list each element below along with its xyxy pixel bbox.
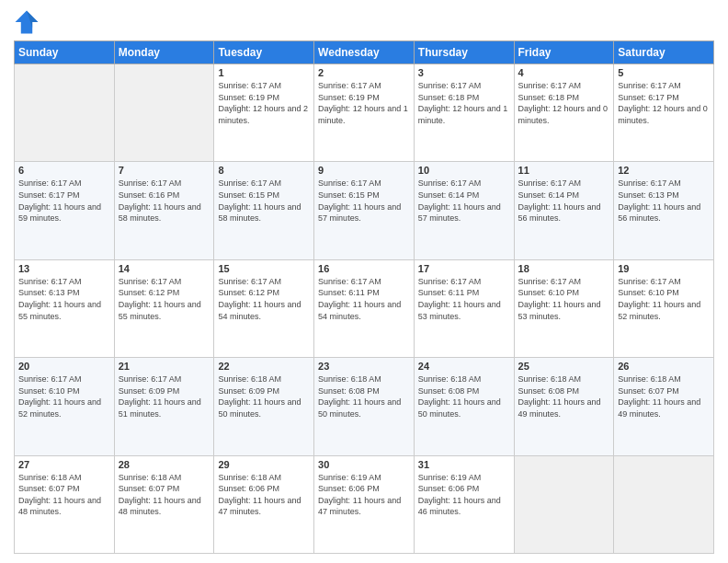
day-cell: 24Sunrise: 6:18 AM Sunset: 6:08 PM Dayli… [414,358,514,455]
day-cell: 15Sunrise: 6:17 AM Sunset: 6:12 PM Dayli… [214,259,314,357]
day-number: 28 [119,459,210,470]
day-number: 30 [318,459,410,470]
day-number: 21 [119,361,210,372]
day-info: Sunrise: 6:17 AM Sunset: 6:17 PM Dayligh… [18,178,110,224]
day-cell [114,64,214,162]
day-number: 11 [518,165,610,176]
day-cell [614,455,714,553]
day-cell: 7Sunrise: 6:17 AM Sunset: 6:16 PM Daylig… [114,162,214,259]
day-cell: 30Sunrise: 6:19 AM Sunset: 6:06 PM Dayli… [314,455,415,553]
day-cell: 22Sunrise: 6:18 AM Sunset: 6:09 PM Dayli… [214,358,314,455]
week-row-4: 20Sunrise: 6:17 AM Sunset: 6:10 PM Dayli… [15,358,714,455]
day-info: Sunrise: 6:18 AM Sunset: 6:07 PM Dayligh… [618,373,710,419]
day-number: 5 [618,67,710,78]
header-row: SundayMondayTuesdayWednesdayThursdayFrid… [15,41,714,64]
day-info: Sunrise: 6:19 AM Sunset: 6:06 PM Dayligh… [418,472,510,518]
week-row-3: 13Sunrise: 6:17 AM Sunset: 6:13 PM Dayli… [15,259,714,357]
weekday-header-sunday: Sunday [15,41,115,64]
day-cell: 31Sunrise: 6:19 AM Sunset: 6:06 PM Dayli… [414,455,514,553]
day-number: 16 [318,263,410,274]
day-info: Sunrise: 6:17 AM Sunset: 6:11 PM Dayligh… [418,276,510,322]
day-info: Sunrise: 6:17 AM Sunset: 6:19 PM Dayligh… [318,80,410,126]
weekday-header-wednesday: Wednesday [314,41,415,64]
day-cell [514,455,614,553]
day-number: 23 [318,361,410,372]
day-number: 24 [418,361,510,372]
day-info: Sunrise: 6:17 AM Sunset: 6:12 PM Dayligh… [218,276,310,322]
day-cell: 27Sunrise: 6:18 AM Sunset: 6:07 PM Dayli… [15,455,115,553]
day-cell: 23Sunrise: 6:18 AM Sunset: 6:08 PM Dayli… [314,358,415,455]
day-number: 7 [119,165,210,176]
day-number: 17 [418,263,510,274]
day-cell: 16Sunrise: 6:17 AM Sunset: 6:11 PM Dayli… [314,259,415,357]
calendar-table: SundayMondayTuesdayWednesdayThursdayFrid… [14,40,714,554]
day-info: Sunrise: 6:17 AM Sunset: 6:16 PM Dayligh… [119,178,210,224]
day-cell: 4Sunrise: 6:17 AM Sunset: 6:18 PM Daylig… [514,64,614,162]
week-row-2: 6Sunrise: 6:17 AM Sunset: 6:17 PM Daylig… [15,162,714,259]
day-number: 4 [518,67,610,78]
day-cell: 14Sunrise: 6:17 AM Sunset: 6:12 PM Dayli… [114,259,214,357]
calendar-body: 1Sunrise: 6:17 AM Sunset: 6:19 PM Daylig… [15,64,714,554]
day-number: 8 [218,165,310,176]
day-number: 25 [518,361,610,372]
day-cell: 29Sunrise: 6:18 AM Sunset: 6:06 PM Dayli… [214,455,314,553]
day-cell: 3Sunrise: 6:17 AM Sunset: 6:18 PM Daylig… [414,64,514,162]
weekday-header-saturday: Saturday [614,41,714,64]
header [14,9,714,35]
day-cell: 13Sunrise: 6:17 AM Sunset: 6:13 PM Dayli… [15,259,115,357]
logo [14,9,43,35]
day-number: 27 [18,459,110,470]
day-cell: 9Sunrise: 6:17 AM Sunset: 6:15 PM Daylig… [314,162,415,259]
day-info: Sunrise: 6:18 AM Sunset: 6:09 PM Dayligh… [218,373,310,419]
day-cell [15,64,115,162]
day-cell: 26Sunrise: 6:18 AM Sunset: 6:07 PM Dayli… [614,358,714,455]
day-cell: 5Sunrise: 6:17 AM Sunset: 6:17 PM Daylig… [614,64,714,162]
day-cell: 8Sunrise: 6:17 AM Sunset: 6:15 PM Daylig… [214,162,314,259]
calendar-header: SundayMondayTuesdayWednesdayThursdayFrid… [15,41,714,64]
day-number: 10 [418,165,510,176]
day-info: Sunrise: 6:18 AM Sunset: 6:08 PM Dayligh… [318,373,410,419]
day-info: Sunrise: 6:17 AM Sunset: 6:10 PM Dayligh… [618,276,710,322]
day-cell: 12Sunrise: 6:17 AM Sunset: 6:13 PM Dayli… [614,162,714,259]
day-info: Sunrise: 6:17 AM Sunset: 6:14 PM Dayligh… [518,178,610,224]
day-info: Sunrise: 6:17 AM Sunset: 6:18 PM Dayligh… [418,80,510,126]
day-cell: 19Sunrise: 6:17 AM Sunset: 6:10 PM Dayli… [614,259,714,357]
day-number: 29 [218,459,310,470]
day-number: 2 [318,67,410,78]
day-info: Sunrise: 6:17 AM Sunset: 6:14 PM Dayligh… [418,178,510,224]
day-info: Sunrise: 6:17 AM Sunset: 6:13 PM Dayligh… [18,276,110,322]
day-cell: 25Sunrise: 6:18 AM Sunset: 6:08 PM Dayli… [514,358,614,455]
day-cell: 20Sunrise: 6:17 AM Sunset: 6:10 PM Dayli… [15,358,115,455]
day-info: Sunrise: 6:17 AM Sunset: 6:11 PM Dayligh… [318,276,410,322]
day-info: Sunrise: 6:17 AM Sunset: 6:15 PM Dayligh… [218,178,310,224]
day-info: Sunrise: 6:18 AM Sunset: 6:08 PM Dayligh… [518,373,610,419]
day-info: Sunrise: 6:17 AM Sunset: 6:18 PM Dayligh… [518,80,610,126]
day-number: 15 [218,263,310,274]
day-number: 6 [18,165,110,176]
week-row-5: 27Sunrise: 6:18 AM Sunset: 6:07 PM Dayli… [15,455,714,553]
day-cell: 21Sunrise: 6:17 AM Sunset: 6:09 PM Dayli… [114,358,214,455]
day-info: Sunrise: 6:18 AM Sunset: 6:07 PM Dayligh… [119,472,210,518]
day-number: 9 [318,165,410,176]
day-number: 1 [218,67,310,78]
day-info: Sunrise: 6:17 AM Sunset: 6:09 PM Dayligh… [119,373,210,419]
day-info: Sunrise: 6:17 AM Sunset: 6:12 PM Dayligh… [119,276,210,322]
day-cell: 18Sunrise: 6:17 AM Sunset: 6:10 PM Dayli… [514,259,614,357]
day-cell: 17Sunrise: 6:17 AM Sunset: 6:11 PM Dayli… [414,259,514,357]
day-number: 22 [218,361,310,372]
day-number: 14 [119,263,210,274]
day-cell: 6Sunrise: 6:17 AM Sunset: 6:17 PM Daylig… [15,162,115,259]
logo-icon [14,9,40,35]
day-info: Sunrise: 6:17 AM Sunset: 6:10 PM Dayligh… [518,276,610,322]
day-cell: 10Sunrise: 6:17 AM Sunset: 6:14 PM Dayli… [414,162,514,259]
day-info: Sunrise: 6:18 AM Sunset: 6:07 PM Dayligh… [18,472,110,518]
day-info: Sunrise: 6:18 AM Sunset: 6:06 PM Dayligh… [218,472,310,518]
week-row-1: 1Sunrise: 6:17 AM Sunset: 6:19 PM Daylig… [15,64,714,162]
day-info: Sunrise: 6:17 AM Sunset: 6:17 PM Dayligh… [618,80,710,126]
weekday-header-thursday: Thursday [414,41,514,64]
day-number: 26 [618,361,710,372]
day-number: 18 [518,263,610,274]
day-number: 13 [18,263,110,274]
day-info: Sunrise: 6:18 AM Sunset: 6:08 PM Dayligh… [418,373,510,419]
day-number: 20 [18,361,110,372]
